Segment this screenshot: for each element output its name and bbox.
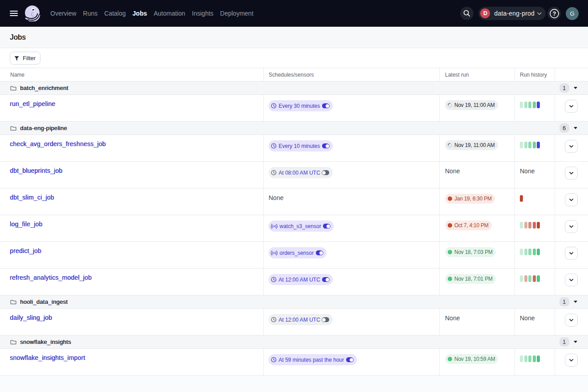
svg-text:?: ? <box>552 10 556 17</box>
